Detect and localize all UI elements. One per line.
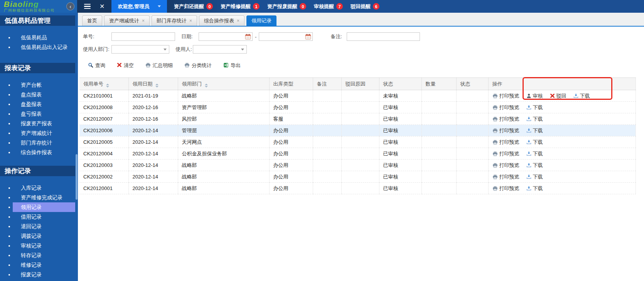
category-stats-button[interactable]: 分类统计	[184, 62, 212, 69]
notification-badge: 1	[253, 3, 260, 10]
table-row[interactable]: CK201200022020-12-14战略部办公用已审核打印预览下载	[79, 171, 636, 183]
sidebar-item[interactable]: 盘亏报表	[0, 109, 75, 119]
clear-button[interactable]: 清空	[117, 62, 134, 69]
cell-date: 2020-12-14	[128, 171, 178, 183]
sidebar-item[interactable]: 盘盈报表	[0, 99, 75, 109]
table-row[interactable]: CK201200042020-12-14公积金及担保业务部办公用已审核打印预览下…	[79, 148, 636, 160]
summary-detail-button[interactable]: 汇总明细	[145, 62, 173, 69]
download-link[interactable]: 下载	[526, 162, 543, 169]
table-row[interactable]: CK201200062020-12-14管理层办公用已审核打印预览下载	[79, 125, 636, 136]
tab[interactable]: 综合操作报表×	[199, 15, 244, 26]
user-dept-combo[interactable]	[111, 45, 169, 54]
sidebar-item[interactable]: 资产维修完成记录	[0, 193, 75, 202]
download-link[interactable]: 下载	[526, 116, 543, 123]
sidebar-item[interactable]: 盘点报表	[0, 90, 75, 99]
sidebar-item[interactable]: 资产台帐	[0, 80, 75, 90]
tab-close-icon[interactable]: ×	[189, 19, 192, 23]
notification-item[interactable]: 审核提醒7	[314, 3, 343, 10]
reject-link[interactable]: 驳回	[550, 93, 566, 99]
column-header[interactable]: 领用日期	[128, 78, 178, 90]
cell-status: 已审核	[379, 183, 421, 194]
print-link[interactable]: 打印预览	[492, 116, 519, 123]
tab-label: 首页	[87, 17, 97, 24]
notification-item[interactable]: 资产归还提醒0	[174, 3, 213, 10]
cell-status2	[456, 160, 488, 171]
download-link[interactable]: 下载	[526, 104, 543, 111]
column-header[interactable]: 领用单号	[79, 78, 128, 90]
table-row[interactable]: CK201200032020-12-14战略部办公用已审核打印预览下载	[79, 160, 636, 171]
user-dept-input[interactable]	[111, 45, 169, 54]
cell-actions: 打印预览审核驳回下载	[488, 90, 636, 102]
print-link[interactable]: 打印预览	[492, 150, 519, 157]
sidebar-item[interactable]: 低值易耗品	[0, 33, 75, 42]
calendar-icon[interactable]	[305, 34, 311, 40]
sidebar-item[interactable]: 资产增减统计	[0, 128, 75, 138]
sidebar-item[interactable]: 低值易耗品出入记录	[0, 42, 75, 52]
download-link[interactable]: 下载	[526, 127, 543, 134]
audit-link[interactable]: 审核	[526, 93, 543, 99]
date-from-input[interactable]	[199, 32, 253, 41]
sidebar-item[interactable]: 部门库存统计	[0, 138, 75, 148]
tab[interactable]: 资产增减统计×	[104, 15, 150, 26]
remark-input[interactable]	[347, 32, 420, 41]
export-button[interactable]: 导出	[223, 62, 241, 69]
query-button[interactable]: 查询	[88, 62, 105, 69]
user-menu-button[interactable]: 欢迎您,管理员	[111, 0, 167, 13]
cell-reject-reason	[341, 90, 379, 102]
tab-close-icon[interactable]: ×	[142, 19, 145, 23]
order-no-input[interactable]	[111, 32, 175, 41]
sidebar-item[interactable]: 转存记录	[0, 251, 75, 260]
notification-item[interactable]: 资产报废提醒0	[267, 3, 306, 10]
print-link[interactable]: 打印预览	[492, 139, 519, 146]
download-link[interactable]: 下载	[526, 173, 543, 180]
sidebar-item[interactable]: 调拨记录	[0, 231, 75, 241]
print-link[interactable]: 打印预览	[492, 93, 519, 99]
column-header[interactable]: 领用部门	[178, 78, 269, 90]
sidebar-item[interactable]: 领用记录	[0, 202, 75, 212]
print-link[interactable]: 打印预览	[492, 162, 519, 169]
download-link[interactable]: 下载	[526, 185, 543, 192]
cell-remark	[313, 160, 341, 171]
tab[interactable]: 领用记录	[246, 15, 276, 26]
print-label: 打印预览	[499, 104, 519, 111]
table-row[interactable]: CK201200052020-12-14天河网点办公用已审核打印预览下载	[79, 136, 636, 148]
sidebar-collapse-button[interactable]: ‹	[66, 2, 74, 10]
download-link[interactable]: 下载	[526, 139, 543, 146]
tab[interactable]: 首页	[82, 15, 102, 26]
notification-item[interactable]: 驳回提醒6	[351, 3, 379, 10]
sidebar-item-label: 调拨记录	[21, 233, 42, 240]
table-row[interactable]: CK201200012020-12-14战略部办公用已审核打印预览下载	[79, 183, 636, 194]
sidebar-item[interactable]: 退回记录	[0, 222, 75, 231]
download-link[interactable]: 下载	[573, 93, 590, 99]
column-header-label: 驳回原因	[346, 81, 366, 87]
print-link[interactable]: 打印预览	[492, 104, 519, 111]
table-row[interactable]: CK210100012021-01-19战略部办公用未审核打印预览审核驳回下载	[79, 90, 636, 102]
date-to-input[interactable]	[259, 32, 313, 41]
sidebar-item[interactable]: 报废资产报表	[0, 119, 75, 128]
print-link[interactable]: 打印预览	[492, 173, 519, 180]
user-combo[interactable]	[193, 45, 247, 54]
table-row[interactable]: CK201200072020-12-16风控部客服已审核打印预览下载	[79, 113, 636, 125]
sort-icon[interactable]	[106, 84, 109, 87]
tab[interactable]: 部门库存统计×	[152, 15, 197, 26]
tab-close-icon[interactable]: ×	[237, 19, 239, 23]
download-link[interactable]: 下载	[526, 150, 543, 157]
notification-item[interactable]: 资产维修提醒1	[221, 3, 260, 10]
print-link[interactable]: 打印预览	[492, 185, 519, 192]
calendar-icon[interactable]	[245, 34, 251, 40]
menu-icon[interactable]	[84, 3, 91, 10]
sidebar-item[interactable]: 综合操作报表	[0, 148, 75, 157]
close-icon[interactable]: ✕	[99, 3, 105, 10]
user-input[interactable]	[193, 45, 247, 54]
sidebar-scrollbar-thumb[interactable]	[76, 154, 78, 200]
print-link[interactable]: 打印预览	[492, 127, 519, 134]
sidebar-item[interactable]: 借用记录	[0, 212, 75, 222]
main-content: 首页资产增减统计×部门库存统计×综合操作报表×领用记录 单号: 日期: -	[78, 13, 644, 281]
sidebar-item[interactable]: 维修记录	[0, 260, 75, 270]
table-row[interactable]: CK201200082020-12-16资产管理部办公用已审核打印预览下载	[79, 102, 636, 113]
sidebar-item[interactable]: 报废记录	[0, 270, 75, 279]
sidebar-item[interactable]: 入库记录	[0, 183, 75, 193]
sort-icon[interactable]	[205, 84, 208, 87]
sort-icon[interactable]	[155, 84, 158, 87]
sidebar-item[interactable]: 审核记录	[0, 241, 75, 251]
